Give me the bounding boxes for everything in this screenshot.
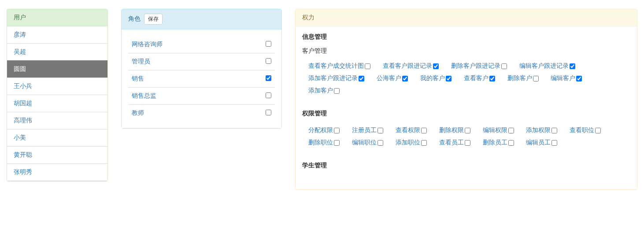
user-item[interactable]: 张明秀 [7, 163, 107, 181]
perm-checkbox[interactable] [433, 63, 439, 69]
perm-checkbox[interactable] [465, 140, 470, 146]
role-row: 销售总监 [128, 88, 275, 105]
perm-item-label: 编辑员工 [526, 139, 551, 146]
perm-item[interactable]: 编辑客户 [551, 72, 582, 84]
perm-item[interactable]: 添加权限 [526, 124, 557, 136]
perm-checkbox[interactable] [378, 140, 383, 146]
perm-checkbox[interactable] [334, 140, 340, 146]
perm-item[interactable]: 注册员工 [352, 124, 383, 136]
perm-section: 学生管理 [302, 162, 630, 170]
role-row: 教师 [128, 105, 275, 122]
perm-group-subtitle: 客户管理 [302, 47, 630, 55]
user-item[interactable]: 圆圆 [7, 60, 107, 78]
perm-item[interactable]: 查看权限 [396, 124, 427, 136]
perm-item-label: 删除员工 [483, 139, 507, 146]
perm-checkbox[interactable] [595, 128, 601, 133]
perm-checkbox[interactable] [551, 140, 557, 146]
user-item[interactable]: 黄开聪 [7, 146, 107, 164]
perm-item[interactable]: 我的客户 [420, 72, 452, 84]
perm-item[interactable]: 删除客户跟进记录 [451, 59, 507, 72]
save-button[interactable]: 保存 [144, 14, 163, 25]
role-row: 管理员 [128, 53, 275, 70]
perm-checkbox[interactable] [402, 76, 408, 81]
role-name[interactable]: 管理员 [128, 53, 257, 70]
users-header: 用户 [7, 9, 107, 26]
perm-item[interactable]: 删除员工 [483, 136, 514, 148]
perm-item-label: 删除客户跟进记录 [451, 62, 500, 69]
perm-checkbox[interactable] [576, 76, 582, 81]
perm-checkbox[interactable] [334, 128, 340, 133]
user-item[interactable]: 高理伟 [7, 112, 107, 129]
perm-item-label: 查看职位 [570, 126, 594, 133]
role-checkbox[interactable] [266, 110, 271, 115]
perm-item[interactable]: 删除职位 [308, 136, 340, 148]
perm-checkbox[interactable] [359, 76, 364, 81]
role-name[interactable]: 网络咨询师 [128, 36, 257, 53]
perm-item[interactable]: 添加客户 [308, 84, 340, 96]
perm-item[interactable]: 删除权限 [439, 124, 470, 136]
perm-item[interactable]: 编辑客户跟进记录 [519, 59, 575, 72]
perm-section-title: 权限管理 [302, 110, 630, 118]
perm-item-label: 查看权限 [396, 126, 420, 133]
perm-item[interactable]: 添加职位 [396, 136, 427, 148]
perm-item[interactable]: 编辑权限 [483, 124, 514, 136]
perm-item-label: 添加客户跟进记录 [308, 74, 358, 81]
perm-item[interactable]: 查看员工 [439, 136, 470, 148]
perm-checkbox[interactable] [446, 76, 452, 81]
perm-item-label: 添加权限 [526, 126, 551, 133]
perm-checkbox[interactable] [501, 63, 507, 69]
perm-checkbox[interactable] [508, 140, 514, 146]
perm-item[interactable]: 查看客户 [464, 72, 495, 84]
role-checkbox[interactable] [266, 75, 271, 81]
role-checkbox[interactable] [266, 58, 271, 64]
role-checkbox[interactable] [266, 41, 271, 47]
perm-checkbox[interactable] [508, 128, 514, 133]
user-item[interactable]: 王小兵 [7, 78, 107, 95]
role-name[interactable]: 教师 [128, 105, 257, 122]
perm-item-label: 我的客户 [420, 74, 445, 81]
role-name[interactable]: 销售总监 [128, 88, 257, 105]
perm-checkbox[interactable] [465, 128, 470, 133]
perm-item[interactable]: 编辑职位 [352, 136, 383, 148]
perm-checkbox[interactable] [533, 76, 539, 81]
user-item[interactable]: 小美 [7, 129, 107, 147]
perm-checkbox[interactable] [489, 76, 495, 81]
perm-checkbox[interactable] [570, 63, 575, 69]
perm-item[interactable]: 删除客户 [507, 72, 539, 84]
role-name[interactable]: 销售 [128, 70, 257, 88]
perm-checkbox[interactable] [421, 128, 427, 133]
users-panel: 用户 彦涛吴超圆圆王小兵胡国超高理伟小美黄开聪张明秀 [7, 9, 108, 181]
perm-checkbox[interactable] [551, 128, 557, 133]
user-item[interactable]: 彦涛 [7, 26, 107, 44]
perm-item-label: 编辑权限 [483, 126, 507, 133]
perm-item-label: 查看客户 [464, 74, 489, 81]
perm-items: 查看客户成交统计图 查看客户跟进记录 删除客户跟进记录 编辑客户跟进记录 添加客… [302, 59, 630, 96]
user-item[interactable]: 吴超 [7, 43, 107, 61]
perm-section-title: 信息管理 [302, 33, 630, 41]
perm-item-label: 添加客户 [308, 87, 333, 94]
perm-item-label: 添加职位 [396, 139, 420, 146]
perm-item-label: 删除职位 [308, 139, 333, 146]
role-checkbox[interactable] [266, 92, 271, 98]
perm-item[interactable]: 添加客户跟进记录 [308, 72, 364, 84]
perm-item[interactable]: 分配权限 [308, 124, 340, 136]
user-item[interactable]: 胡国超 [7, 95, 107, 112]
perms-header: 权力 [296, 9, 637, 26]
perm-item[interactable]: 公海客户 [377, 72, 408, 84]
perm-section: 权限管理分配权限 注册员工 查看权限 删除权限 编辑权限 添加权限 查看职位 删… [302, 110, 630, 148]
perm-checkbox[interactable] [421, 140, 427, 146]
roles-header: 角色 保存 [122, 9, 281, 30]
perm-item[interactable]: 查看客户成交统计图 [308, 59, 370, 72]
perm-item-label: 编辑客户跟进记录 [519, 62, 569, 69]
perm-item-label: 删除客户 [507, 74, 532, 81]
perm-checkbox[interactable] [378, 128, 383, 133]
perm-item[interactable]: 编辑员工 [526, 136, 557, 148]
perms-panel: 权力 信息管理客户管理查看客户成交统计图 查看客户跟进记录 删除客户跟进记录 编… [295, 9, 637, 190]
perm-item[interactable]: 查看职位 [570, 124, 601, 136]
perm-checkbox[interactable] [365, 63, 370, 69]
roles-panel: 角色 保存 网络咨询师管理员销售销售总监教师 [121, 9, 282, 129]
perm-checkbox[interactable] [334, 88, 340, 94]
perm-item-label: 分配权限 [308, 126, 333, 133]
perm-item[interactable]: 查看客户跟进记录 [383, 59, 439, 72]
perm-item-label: 编辑职位 [352, 139, 377, 146]
